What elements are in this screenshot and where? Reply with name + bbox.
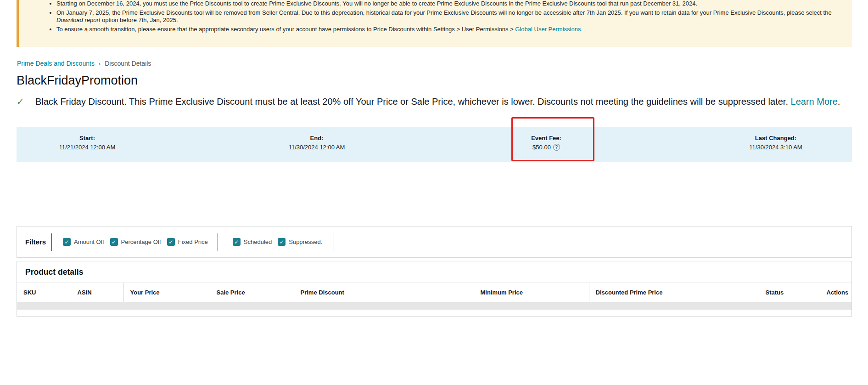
- horizontal-scrollbar[interactable]: [17, 302, 851, 310]
- product-details-title: Product details: [17, 261, 851, 283]
- last-changed-label: Last Changed:: [749, 135, 802, 142]
- filter-amount-off[interactable]: ✓ Amount Off: [63, 238, 104, 246]
- guideline-message: ✓Black Friday Discount. This Prime Exclu…: [17, 95, 851, 109]
- checkbox-checked-icon[interactable]: ✓: [167, 238, 175, 246]
- breadcrumb-current: Discount Details: [105, 60, 151, 67]
- discount-summary-bar: Start: 11/21/2024 12:00 AM End: 11/30/20…: [17, 127, 852, 162]
- breadcrumb: Prime Deals and Discounts › Discount Det…: [17, 60, 151, 67]
- check-icon: ✓: [17, 97, 24, 107]
- warning-bullet-2-text-b: option before 7th, Jan, 2025.: [100, 17, 178, 23]
- column-header-your-price: Your Price: [123, 283, 210, 302]
- guideline-message-text: Black Friday Discount. This Prime Exclus…: [35, 96, 791, 107]
- summary-last-changed: Last Changed: 11/30/2024 3:10 AM: [749, 135, 802, 151]
- column-header-prime-discount: Prime Discount: [294, 283, 474, 302]
- global-user-permissions-link[interactable]: Global User Permissions.: [515, 26, 582, 33]
- product-details-card: Product details SKU ASIN Your Price Sale…: [17, 261, 852, 317]
- event-fee-label: Event Fee:: [531, 135, 561, 142]
- checkbox-checked-icon[interactable]: ✓: [110, 238, 118, 246]
- product-table: SKU ASIN Your Price Sale Price Prime Dis…: [17, 283, 851, 302]
- warning-bullet-3-text: To ensure a smooth transition, please en…: [56, 26, 515, 33]
- checkbox-checked-icon[interactable]: ✓: [233, 238, 241, 246]
- vertical-divider: [218, 233, 218, 251]
- start-label: Start:: [59, 135, 116, 142]
- warning-bullet-2: On January 7, 2025, the Prime Exclusive …: [56, 9, 841, 24]
- filter-amount-off-label: Amount Off: [74, 238, 104, 245]
- warning-bullet-2-text-a: On January 7, 2025, the Prime Exclusive …: [56, 9, 832, 16]
- column-header-actions: Actions: [820, 283, 851, 302]
- filter-percentage-off[interactable]: ✓ Percentage Off: [110, 238, 161, 246]
- page-title: BlackFridayPromotion: [17, 74, 138, 88]
- product-table-header-row: SKU ASIN Your Price Sale Price Prime Dis…: [17, 283, 851, 302]
- column-header-discounted-prime-price: Discounted Prime Price: [589, 283, 759, 302]
- event-fee-value-row: $50.00 ?: [531, 144, 561, 151]
- warning-bullet-1: Starting on December 16, 2024, you must …: [56, 0, 841, 7]
- filter-scheduled[interactable]: ✓ Scheduled: [233, 238, 272, 246]
- filter-scheduled-label: Scheduled: [244, 238, 272, 245]
- event-fee-value: $50.00: [532, 144, 551, 151]
- filters-label: Filters: [25, 238, 46, 246]
- checkbox-checked-icon[interactable]: ✓: [63, 238, 71, 246]
- filter-suppressed[interactable]: ✓ Suppressed.: [278, 238, 322, 246]
- column-header-sale-price: Sale Price: [210, 283, 294, 302]
- end-value: 11/30/2024 12:00 AM: [289, 144, 345, 151]
- vertical-divider: [334, 233, 334, 251]
- column-header-status: Status: [759, 283, 820, 302]
- column-header-sku: SKU: [17, 283, 71, 302]
- learn-more-link[interactable]: Learn More: [791, 96, 838, 107]
- filter-suppressed-label: Suppressed.: [289, 238, 322, 245]
- warning-bullet-3: To ensure a smooth transition, please en…: [56, 26, 841, 33]
- summary-event-fee: Event Fee: $50.00 ?: [531, 135, 561, 151]
- warning-bullet-list: Starting on December 16, 2024, you must …: [19, 0, 841, 33]
- breadcrumb-prime-deals-link[interactable]: Prime Deals and Discounts: [17, 60, 95, 67]
- guideline-message-suffix: .: [838, 96, 840, 107]
- summary-start: Start: 11/21/2024 12:00 AM: [59, 135, 116, 151]
- deprecation-warning-banner: Starting on December 16, 2024, you must …: [17, 0, 852, 47]
- start-value: 11/21/2024 12:00 AM: [59, 144, 116, 151]
- last-changed-value: 11/30/2024 3:10 AM: [749, 144, 802, 151]
- checkbox-checked-icon[interactable]: ✓: [278, 238, 286, 246]
- filters-card: Filters ✓ Amount Off ✓ Percentage Off ✓ …: [17, 226, 852, 258]
- chevron-right-icon: ›: [99, 60, 101, 67]
- end-label: End:: [289, 135, 345, 142]
- column-header-asin: ASIN: [71, 283, 123, 302]
- discount-details-page: Starting on December 16, 2024, you must …: [0, 0, 868, 385]
- warning-bullet-1-text: Starting on December 16, 2024, you must …: [56, 0, 697, 7]
- download-report-emphasis: Download report: [56, 17, 100, 23]
- filter-fixed-price[interactable]: ✓ Fixed Price: [167, 238, 208, 246]
- help-icon[interactable]: ?: [553, 144, 560, 151]
- filter-fixed-price-label: Fixed Price: [178, 238, 208, 245]
- column-header-minimum-price: Minimum Price: [474, 283, 589, 302]
- empty-table-body: [17, 310, 851, 316]
- filter-percentage-off-label: Percentage Off: [121, 238, 161, 245]
- vertical-divider: [51, 233, 52, 251]
- summary-end: End: 11/30/2024 12:00 AM: [289, 135, 345, 151]
